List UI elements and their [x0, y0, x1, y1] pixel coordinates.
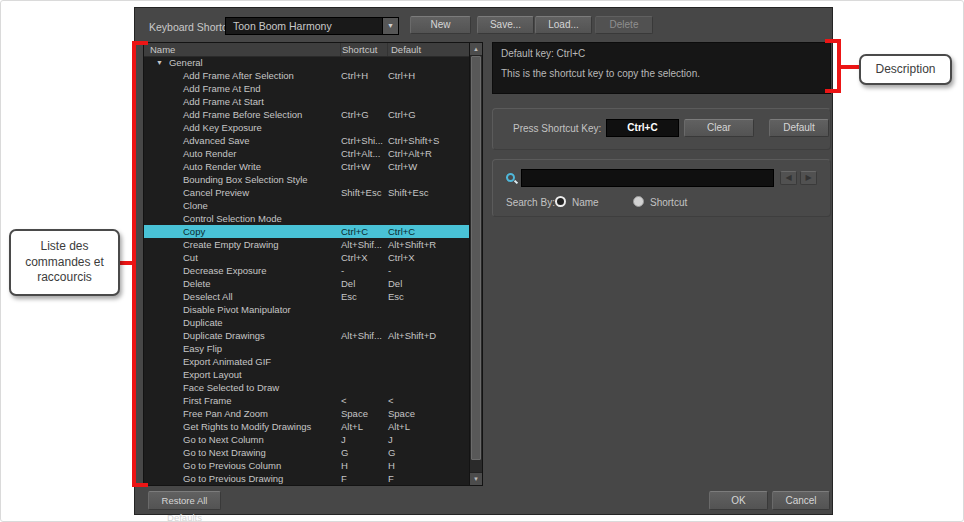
list-item[interactable]: Export Animated GIF	[144, 355, 469, 368]
list-item[interactable]: Go to Previous DrawingFF	[144, 472, 469, 485]
screenshot-canvas: Keyboard Shortcuts: Toon Boom Harmony ▼ …	[0, 0, 964, 522]
list-item[interactable]: Auto Render WriteCtrl+WCtrl+W	[144, 160, 469, 173]
scroll-down-icon[interactable]: ▼	[470, 472, 482, 485]
list-header: Name Shortcut Default	[144, 43, 469, 57]
shortcut-list: Name Shortcut Default ▼GeneralAdd Frame …	[143, 42, 483, 486]
list-item[interactable]: Get Rights to Modify DrawingsAlt+LAlt+L	[144, 420, 469, 433]
list-item[interactable]: Easy Flip	[144, 342, 469, 355]
press-shortcut-section: Press Shortcut Key: Ctrl+C Clear Default	[492, 108, 831, 150]
default-key-text: Default key: Ctrl+C	[501, 48, 822, 59]
list-item[interactable]: Create Empty DrawingAlt+Shif...Alt+Shift…	[144, 238, 469, 251]
list-item[interactable]: Control Selection Mode	[144, 212, 469, 225]
list-item[interactable]: Disable Pivot Manipulator	[144, 303, 469, 316]
radio-search-by-name[interactable]	[555, 196, 566, 207]
radio-shortcut-label[interactable]: Shortcut	[650, 197, 687, 208]
search-next-icon[interactable]: ▶	[800, 171, 817, 185]
right-callout-connector	[841, 65, 859, 69]
list-item[interactable]: Duplicate	[144, 316, 469, 329]
cancel-button[interactable]: Cancel	[772, 491, 830, 510]
right-bracket-top-tick	[825, 39, 841, 43]
list-item[interactable]: Deselect AllEscEsc	[144, 290, 469, 303]
new-button[interactable]: New	[410, 16, 471, 34]
list-item[interactable]: Free Pan And ZoomSpaceSpace	[144, 407, 469, 420]
list-item[interactable]: Decrease Exposure--	[144, 264, 469, 277]
list-item[interactable]: First Frame<<	[144, 394, 469, 407]
column-header-name: Name	[144, 43, 341, 56]
search-previous-icon[interactable]: ◀	[780, 171, 797, 185]
save-button[interactable]: Save...	[477, 16, 534, 34]
list-item[interactable]: Advanced SaveCtrl+Shi...Ctrl+Shift+S	[144, 134, 469, 147]
press-shortcut-label: Press Shortcut Key:	[513, 123, 601, 134]
scrollbar-thumb[interactable]	[471, 56, 481, 460]
list-item[interactable]: Duplicate DrawingsAlt+Shif...Alt+Shift+D	[144, 329, 469, 342]
shortcut-key-field[interactable]: Ctrl+C	[606, 119, 679, 137]
search-by-label: Search By:	[506, 197, 555, 208]
collapse-triangle-icon[interactable]: ▼	[156, 59, 163, 66]
chevron-down-icon[interactable]: ▼	[382, 18, 398, 34]
description-text: This is the shortcut key to copy the sel…	[501, 68, 822, 79]
list-item[interactable]: CutCtrl+XCtrl+X	[144, 251, 469, 264]
list-item[interactable]: CopyCtrl+CCtrl+C	[144, 225, 469, 238]
list-item[interactable]: Add Frame After SelectionCtrl+HCtrl+H	[144, 69, 469, 82]
list-item[interactable]: Go to Next ColumnJJ	[144, 433, 469, 446]
restore-all-defaults-button[interactable]: Restore All Defaults	[148, 491, 221, 510]
ok-button[interactable]: OK	[709, 491, 768, 510]
list-item[interactable]: DeleteDelDel	[144, 277, 469, 290]
list-item[interactable]: Add Frame At Start	[144, 95, 469, 108]
delete-button[interactable]: Delete	[595, 16, 653, 34]
radio-name-label[interactable]: Name	[572, 197, 599, 208]
group-row-general[interactable]: ▼General	[144, 56, 469, 69]
default-button[interactable]: Default	[769, 119, 829, 137]
search-section: ◀ ▶ Search By: Name Shortcut	[492, 159, 831, 217]
list-item[interactable]: Face Selected to Draw	[144, 381, 469, 394]
keyboard-shortcuts-dialog: Keyboard Shortcuts: Toon Boom Harmony ▼ …	[134, 7, 833, 515]
description-callout: Description	[859, 54, 952, 85]
clear-button[interactable]: Clear	[684, 119, 754, 137]
shortcut-list-rows: ▼GeneralAdd Frame After SelectionCtrl+HC…	[144, 56, 469, 485]
list-item[interactable]: Go to Previous ColumnHH	[144, 459, 469, 472]
radio-search-by-shortcut[interactable]	[633, 196, 644, 207]
list-item[interactable]: Export Layout	[144, 368, 469, 381]
shortcut-set-dropdown[interactable]: Toon Boom Harmony ▼	[225, 17, 399, 35]
list-item[interactable]: Add Key Exposure	[144, 121, 469, 134]
list-item[interactable]: Cancel PreviewShift+EscShift+Esc	[144, 186, 469, 199]
column-header-default: Default	[388, 43, 469, 56]
left-bracket-bottom-tick	[132, 483, 148, 487]
list-item[interactable]: Clone	[144, 199, 469, 212]
scroll-up-icon[interactable]: ▲	[470, 43, 482, 56]
description-panel: Default key: Ctrl+C This is the shortcut…	[492, 42, 831, 94]
list-item[interactable]: Go to Next DrawingGG	[144, 446, 469, 459]
search-icon	[506, 173, 515, 182]
left-bracket-top-tick	[132, 41, 148, 45]
left-callout-connector	[118, 261, 134, 265]
list-item[interactable]: Add Frame Before SelectionCtrl+GCtrl+G	[144, 108, 469, 121]
list-callout: Liste des commandes et raccourcis	[9, 229, 120, 296]
right-bracket-bottom-tick	[825, 89, 841, 93]
list-item[interactable]: Add Frame At End	[144, 82, 469, 95]
list-item[interactable]: Bounding Box Selection Style	[144, 173, 469, 186]
shortcut-set-value: Toon Boom Harmony	[233, 20, 332, 32]
load-button[interactable]: Load...	[535, 16, 592, 34]
list-item[interactable]: Auto RenderCtrl+Alt...Ctrl+Alt+R	[144, 147, 469, 160]
search-input[interactable]	[521, 169, 774, 187]
column-header-shortcut: Shortcut	[341, 43, 388, 56]
list-scrollbar[interactable]: ▲ ▼	[469, 43, 482, 485]
